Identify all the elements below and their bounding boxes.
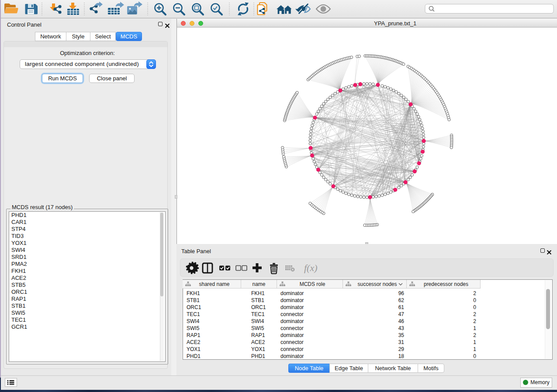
svg-text:f(x): f(x) (304, 262, 318, 273)
